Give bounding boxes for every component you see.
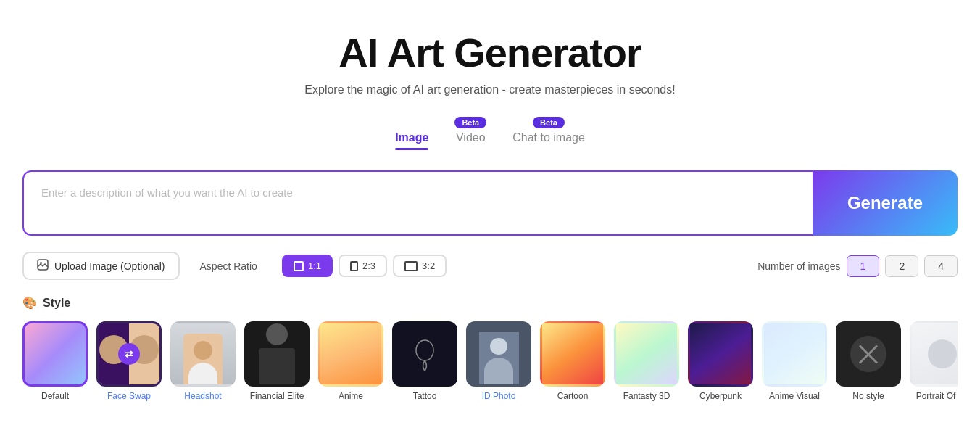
ratio-1-1-label: 1:1 <box>308 260 321 271</box>
style-headshot[interactable]: Headshot <box>170 321 236 401</box>
style-faceswap[interactable]: ⇄ Face Swap <box>96 321 162 401</box>
num-images-group: Number of images 1 2 4 <box>757 255 958 277</box>
style-name-financial: Financial Elite <box>250 391 304 401</box>
upload-label: Upload Image (Optional) <box>54 260 165 272</box>
num-images-2[interactable]: 2 <box>885 255 918 277</box>
style-thumb-financial <box>244 321 310 387</box>
style-section: 🎨 Style Default <box>22 296 958 401</box>
tab-image[interactable]: Image <box>395 131 428 150</box>
style-cartoon[interactable]: Cartoon <box>540 321 605 401</box>
generate-button[interactable]: Generate <box>813 170 958 236</box>
style-name-faceswap: Face Swap <box>107 391 151 401</box>
controls-row: Upload Image (Optional) Aspect Ratio 1:1… <box>22 252 958 280</box>
style-fantasy[interactable]: Fantasty 3D <box>614 321 679 401</box>
tab-chat-to-image[interactable]: Beta Chat to image <box>512 117 585 150</box>
aspect-ratio-label: Aspect Ratio <box>200 260 257 272</box>
style-nostyle[interactable]: No style <box>836 321 901 401</box>
style-name-idphoto: ID Photo <box>482 391 516 401</box>
style-name-anime: Anime <box>339 391 363 401</box>
num-images-1[interactable]: 1 <box>847 255 880 277</box>
style-thumb-nostyle <box>836 321 901 387</box>
style-thumb-faceswap: ⇄ <box>96 321 162 387</box>
style-financial[interactable]: Financial Elite <box>244 321 310 401</box>
style-portrait[interactable]: Portrait Of Art <box>910 321 958 401</box>
page-subtitle: Explore the magic of AI art generation -… <box>304 83 675 96</box>
style-name-cartoon: Cartoon <box>557 391 589 401</box>
style-grid: Default ⇄ Face Swap <box>22 321 958 401</box>
ratio-2-3[interactable]: 2:3 <box>339 255 387 277</box>
style-thumb-fantasy <box>614 321 679 387</box>
tab-video[interactable]: Beta Video <box>454 117 486 150</box>
style-thumb-headshot <box>170 321 236 387</box>
style-cyberpunk[interactable]: Cyberpunk <box>688 321 753 401</box>
style-idphoto[interactable]: ID Photo <box>466 321 531 401</box>
ratio-1-1[interactable]: 1:1 <box>282 255 333 277</box>
tabs-row: Image Beta Video Beta Chat to image <box>395 117 585 150</box>
style-name-portrait: Portrait Of Art <box>916 391 958 401</box>
style-thumb-anime <box>318 321 383 387</box>
ratio-2-3-icon <box>350 261 358 271</box>
ratio-2-3-label: 2:3 <box>362 260 375 271</box>
style-thumb-anime-visual <box>762 321 827 387</box>
input-generate-row: Generate <box>22 170 958 236</box>
num-images-4[interactable]: 4 <box>924 255 958 277</box>
style-name-cyberpunk: Cyberpunk <box>699 391 742 401</box>
style-name-anime-visual: Anime Visual <box>769 391 820 401</box>
style-thumb-idphoto <box>466 321 531 387</box>
ratio-3-2[interactable]: 3:2 <box>393 255 447 277</box>
num-images-label: Number of images <box>757 260 840 272</box>
style-header: 🎨 Style <box>22 296 958 310</box>
style-name-nostyle: No style <box>852 391 884 401</box>
ratio-1-1-icon <box>294 261 304 271</box>
style-thumb-default <box>22 321 88 387</box>
style-thumb-tattoo <box>392 321 457 387</box>
style-label: Style <box>43 297 70 310</box>
style-thumb-cyberpunk <box>688 321 753 387</box>
style-anime-visual[interactable]: Anime Visual <box>762 321 827 401</box>
style-anime[interactable]: Anime <box>318 321 383 401</box>
style-name-default: Default <box>41 391 69 401</box>
style-default[interactable]: Default <box>22 321 88 401</box>
style-name-headshot: Headshot <box>184 391 221 401</box>
svg-point-2 <box>416 340 433 360</box>
page-title: AI Art Generator <box>339 29 641 76</box>
aspect-ratio-group: 1:1 2:3 3:2 <box>282 255 447 277</box>
chat-beta-badge: Beta <box>533 117 565 128</box>
style-name-fantasy: Fantasty 3D <box>623 391 670 401</box>
prompt-input[interactable] <box>22 170 813 236</box>
style-thumb-portrait <box>910 321 958 387</box>
style-icon: 🎨 <box>22 296 37 310</box>
upload-icon <box>37 259 49 273</box>
ratio-3-2-icon <box>404 261 418 271</box>
upload-image-button[interactable]: Upload Image (Optional) <box>22 252 180 280</box>
video-beta-badge: Beta <box>454 117 486 128</box>
style-tattoo[interactable]: Tattoo <box>392 321 457 401</box>
style-name-tattoo: Tattoo <box>413 391 437 401</box>
ratio-3-2-label: 3:2 <box>422 260 435 271</box>
style-thumb-cartoon <box>540 321 605 387</box>
